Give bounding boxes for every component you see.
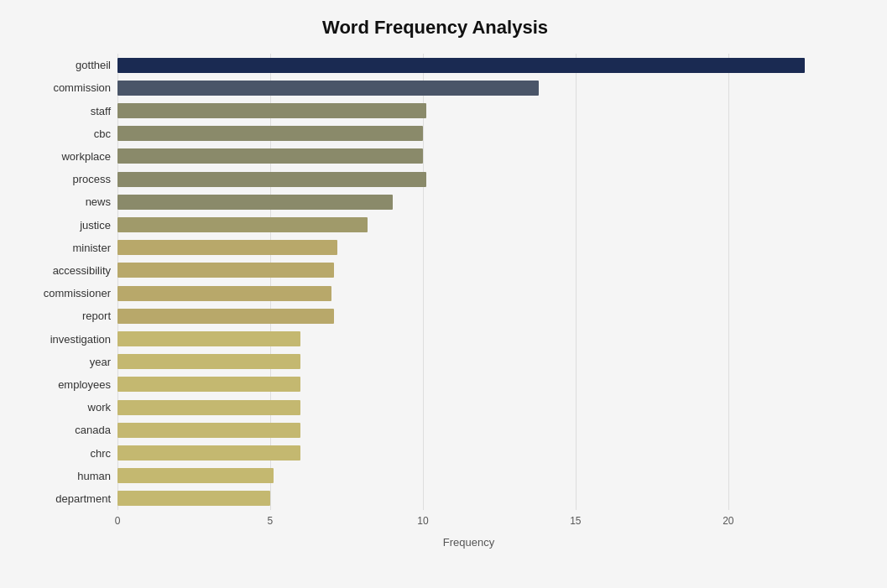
bar (117, 354, 300, 369)
x-tick: 5 (268, 515, 274, 527)
y-label: staff (91, 106, 111, 117)
y-axis-labels: gottheilcommissionstaffcbcworkplaceproce… (17, 54, 117, 510)
bar (117, 172, 426, 187)
grid-line (576, 54, 577, 510)
x-tick: 10 (417, 515, 428, 527)
bar (117, 58, 805, 73)
bar (117, 331, 300, 346)
y-label: employees (58, 379, 111, 390)
grid-line (117, 54, 118, 510)
y-label: process (72, 174, 111, 185)
bar (117, 423, 300, 438)
bar-row (117, 101, 820, 120)
x-tick: 0 (115, 515, 121, 527)
bar (117, 263, 334, 278)
bar-row (117, 375, 820, 393)
bar-row (117, 489, 820, 507)
y-label: workplace (61, 151, 111, 162)
y-label: report (82, 310, 111, 321)
y-label: justice (80, 220, 111, 231)
bar-row (117, 261, 820, 279)
y-label: chrc (90, 448, 111, 459)
bar (117, 400, 300, 415)
y-label: investigation (50, 334, 111, 345)
y-label: cbc (94, 128, 111, 139)
bar (117, 103, 426, 118)
bar (117, 195, 393, 210)
y-label: department (55, 493, 111, 504)
y-label: news (86, 196, 111, 207)
bar (117, 126, 423, 141)
bar (117, 240, 337, 255)
bar (117, 491, 270, 506)
chart-title: Word Frequency Analysis (17, 17, 853, 39)
bar (117, 468, 274, 483)
grid-line (728, 54, 729, 510)
y-label: human (77, 471, 111, 481)
bar-row (117, 216, 820, 234)
bar (117, 309, 334, 324)
bar-row (117, 352, 820, 371)
bar-row (117, 124, 820, 143)
y-label: year (90, 356, 111, 367)
bar (117, 148, 423, 164)
bar-row (117, 398, 820, 417)
bar-row (117, 147, 820, 165)
bar (117, 377, 300, 392)
bar-row (117, 466, 820, 485)
bar-row (117, 284, 820, 303)
bar-row (117, 170, 820, 189)
bar-row (117, 444, 820, 462)
grid-line (270, 54, 271, 510)
y-label: accessibility (53, 265, 111, 276)
y-label: commissioner (44, 288, 111, 299)
bars-area (117, 54, 820, 510)
bar-row (117, 79, 820, 97)
x-axis-label: Frequency (117, 536, 820, 549)
y-label: commission (53, 82, 111, 93)
y-label: minister (72, 242, 111, 253)
bar-row (117, 330, 820, 348)
bar (117, 286, 331, 301)
bar-row (117, 193, 820, 211)
bar-row (117, 421, 820, 440)
x-tick: 20 (723, 515, 733, 527)
bar-row (117, 56, 820, 75)
bar (117, 445, 300, 461)
bar-row (117, 238, 820, 257)
grid-line (423, 54, 424, 510)
bar (117, 81, 539, 96)
bar-row (117, 307, 820, 325)
y-label: gottheil (76, 60, 111, 70)
y-label: work (88, 402, 111, 413)
x-axis: 05101520 (117, 515, 820, 531)
bar (117, 217, 368, 232)
y-label: canada (75, 424, 111, 435)
x-tick: 15 (570, 515, 581, 527)
chart-container: Word Frequency Analysis gottheilcommissi… (0, 0, 887, 588)
